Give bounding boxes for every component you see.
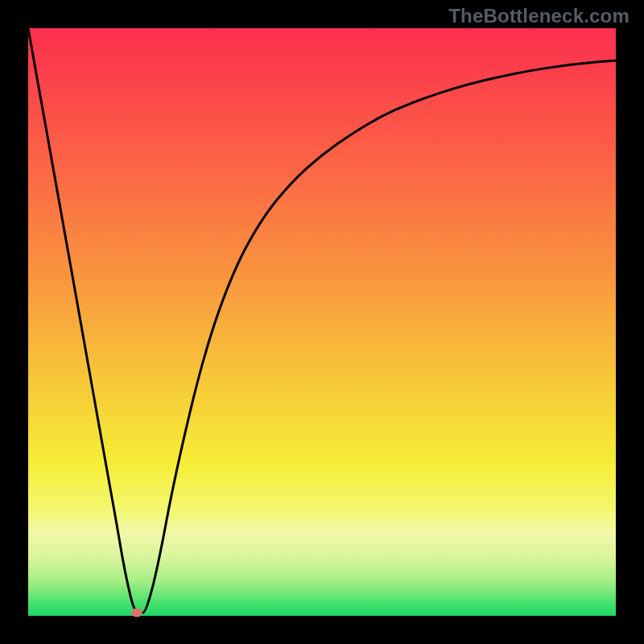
watermark-text: TheBottleneck.com bbox=[448, 5, 630, 27]
marker-layer bbox=[28, 28, 616, 616]
optimal-point bbox=[131, 609, 142, 617]
chart-frame bbox=[28, 28, 616, 616]
